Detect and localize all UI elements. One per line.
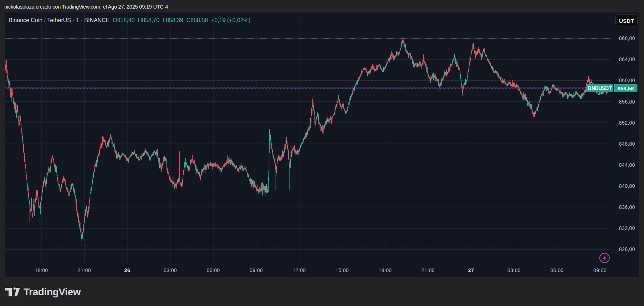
- svg-text:15:00: 15:00: [336, 267, 349, 273]
- svg-text:26: 26: [124, 267, 130, 273]
- svg-text:27: 27: [468, 267, 474, 273]
- svg-text:BNBUSDT: BNBUSDT: [588, 85, 612, 91]
- svg-text:836,00: 836,00: [619, 204, 635, 210]
- svg-text:852,00: 852,00: [619, 120, 635, 126]
- svg-text:858,58: 858,58: [618, 85, 634, 91]
- svg-text:12:00: 12:00: [292, 267, 306, 273]
- svg-text:18:00: 18:00: [378, 267, 392, 273]
- svg-text:09:00: 09:00: [250, 267, 263, 273]
- svg-text:18:00: 18:00: [35, 267, 48, 273]
- svg-text:856,00: 856,00: [619, 99, 635, 105]
- svg-text:21:00: 21:00: [421, 267, 435, 273]
- svg-text:03:00: 03:00: [507, 267, 521, 273]
- svg-text:844,00: 844,00: [619, 162, 635, 168]
- svg-text:840,00: 840,00: [619, 183, 635, 189]
- svg-text:832,00: 832,00: [619, 225, 635, 231]
- svg-text:06:00: 06:00: [550, 267, 563, 273]
- svg-text:860,00: 860,00: [619, 77, 635, 83]
- svg-text:USDT: USDT: [619, 18, 634, 24]
- svg-text:864,00: 864,00: [619, 56, 635, 62]
- svg-text:848,00: 848,00: [619, 141, 635, 147]
- svg-text:21:00: 21:00: [78, 267, 91, 273]
- svg-text:828,00: 828,00: [619, 246, 635, 252]
- svg-text:06:00: 06:00: [206, 267, 220, 273]
- svg-text:09:00: 09:00: [593, 267, 607, 273]
- svg-text:03:00: 03:00: [164, 267, 177, 273]
- svg-text:868,00: 868,00: [619, 35, 635, 41]
